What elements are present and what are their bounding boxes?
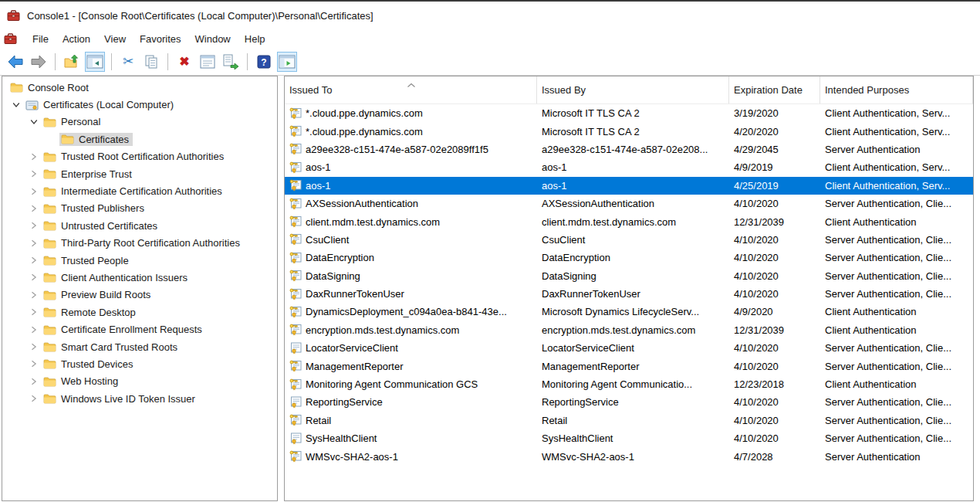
certificate-row-monitoring-agent-communication-gcs-15[interactable]: Monitoring Agent Communication GCSMonito… — [285, 375, 973, 393]
certificate-row-cloud-ppe-dynamics-com-0[interactable]: *.cloud.ppe.dynamics.comMicrosoft IT TLS… — [285, 104, 973, 122]
tree-item-trusted-people[interactable]: Trusted People — [2, 252, 277, 269]
tree-item-certificates[interactable]: Certificates — [2, 131, 277, 148]
tree-item-client-authentication-issuers[interactable]: Client Authentication Issuers — [2, 269, 277, 286]
tree-expander[interactable] — [26, 341, 42, 352]
tree-item-windows-live-id-token-issuer[interactable]: Windows Live ID Token Issuer — [2, 390, 277, 407]
certificate-row-axsessionauthentication-5[interactable]: AXSessionAuthenticationAXSessionAuthenti… — [285, 195, 973, 212]
certificate-row-aos-1-4[interactable]: aos-1aos-14/25/2019Client Authentication… — [285, 177, 973, 195]
tree-expander[interactable] — [26, 272, 42, 283]
tree-expander[interactable] — [26, 151, 42, 162]
chevron-right-icon — [31, 308, 37, 316]
cell-intended-purposes: Server Authentication, Clie... — [820, 342, 973, 354]
tree-item-label: Trusted Root Certification Authorities — [61, 151, 224, 162]
tree-expander[interactable] — [26, 393, 42, 404]
folder-icon — [43, 117, 56, 127]
tree-expander[interactable] — [26, 238, 42, 249]
tree-expander[interactable] — [26, 168, 42, 179]
certificate-row-cloud-ppe-dynamics-com-1[interactable]: *.cloud.ppe.dynamics.comMicrosoft IT TLS… — [285, 122, 973, 140]
certificate-row-a29ee328-c151-474e-a587-02e2089ff1f5-2[interactable]: a29ee328-c151-474e-a587-02e2089ff1f5a29e… — [285, 141, 973, 158]
tree-item-web-hosting[interactable]: Web Hosting — [2, 373, 277, 390]
certificate-row-daxrunnertokenuser-10[interactable]: DaxRunnerTokenUserDaxRunnerTokenUser4/10… — [285, 285, 973, 303]
menu-file[interactable]: File — [25, 31, 56, 47]
show-console-tree-button[interactable] — [85, 52, 105, 72]
tree-item-untrusted-certificates[interactable]: Untrusted Certificates — [2, 217, 277, 234]
tree-expander[interactable] — [26, 358, 42, 369]
certificate-row-managementreporter-14[interactable]: ManagementReporterManagementReporter4/10… — [285, 357, 973, 375]
tree-expander[interactable] — [26, 307, 42, 317]
tree-expander[interactable] — [26, 255, 42, 266]
forward-button[interactable] — [29, 52, 49, 72]
tree-item-enterprise-trust[interactable]: Enterprise Trust — [2, 165, 277, 182]
tree-item-personal[interactable]: Personal — [2, 114, 277, 131]
certificate-row-dataencryption-8[interactable]: DataEncryptionDataEncryption4/10/2020Ser… — [285, 249, 973, 266]
tree-item-content: Certificates — [59, 133, 133, 146]
tree-expander[interactable] — [26, 290, 42, 300]
export-list-button[interactable] — [221, 52, 241, 72]
cell-issued-by: AXSessionAuthentication — [537, 198, 729, 209]
cell-issued-to: DataSigning — [285, 270, 537, 282]
tree-item-trusted-devices[interactable]: Trusted Devices — [2, 355, 277, 372]
tree-item-label: Trusted Publishers — [61, 202, 144, 214]
certificate-row-datasigning-9[interactable]: DataSigningDataSigning4/10/2020Server Au… — [285, 267, 973, 285]
up-one-level-button[interactable] — [62, 52, 82, 72]
certificate-with-key-icon — [289, 378, 302, 391]
tree-item-label: Windows Live ID Token Issuer — [61, 393, 195, 405]
tree-item-trusted-root-certification-authorities[interactable]: Trusted Root Certification Authorities — [2, 148, 277, 165]
tree-expander[interactable] — [26, 117, 42, 127]
certificate-row-syshealthclient-18[interactable]: SysHealthClientSysHealthClient4/10/2020S… — [285, 429, 973, 447]
tree-expander[interactable] — [26, 324, 42, 335]
cell-issued-to: SysHealthClient — [285, 432, 537, 445]
certificate-row-csuclient-7[interactable]: CsuClientCsuClient4/10/2020Server Authen… — [285, 231, 973, 249]
tree-expander[interactable] — [26, 220, 42, 231]
help-button[interactable]: ? — [254, 52, 274, 72]
tree-item-console-root[interactable]: Console Root — [2, 79, 277, 96]
certificate-store-icon — [25, 100, 39, 110]
certificate-row-retail-17[interactable]: RetailRetail4/10/2020Server Authenticati… — [285, 412, 973, 429]
tree-expander[interactable] — [8, 100, 24, 110]
certificate-row-locatorserviceclient-13[interactable]: LocatorServiceClientLocatorServiceClient… — [285, 339, 973, 357]
certificate-row-dynamicsdeployment-c094a0ea-b841-43e-11[interactable]: DynamicsDeployment_c094a0ea-b841-43e...M… — [285, 303, 973, 321]
certificate-row-client-mdm-test-dynamics-com-6[interactable]: client.mdm.test.dynamics.comclient.mdm.t… — [285, 212, 973, 230]
chevron-right-icon — [31, 188, 37, 195]
column-header-intended-purposes[interactable]: Intended Purposes — [820, 76, 973, 103]
cell-intended-purposes: Server Authentication, Clie... — [820, 270, 973, 282]
certificate-with-key-icon — [289, 233, 302, 246]
properties-button[interactable] — [198, 52, 218, 72]
tree-item-certificates-local-computer[interactable]: Certificates (Local Computer) — [2, 96, 277, 113]
certificate-row-encryption-mds-test-dynamics-com-12[interactable]: encryption.mds.test.dynamics.comencrypti… — [285, 321, 973, 339]
tree-expander[interactable] — [26, 186, 42, 197]
tree-item-trusted-publishers[interactable]: Trusted Publishers — [2, 200, 277, 217]
tree-item-content: Trusted Publishers — [42, 202, 148, 215]
issued-to-text: DataSigning — [306, 270, 360, 282]
cell-issued-by: DataEncryption — [537, 252, 729, 263]
folder-icon — [43, 393, 56, 404]
menu-favorites[interactable]: Favorites — [133, 31, 188, 47]
tree-item-intermediate-certification-authorities[interactable]: Intermediate Certification Authorities — [2, 182, 277, 199]
cut-button[interactable]: ✂ — [118, 52, 138, 72]
menu-view[interactable]: View — [97, 31, 133, 47]
cell-intended-purposes: Server Authentication, Clie... — [820, 288, 973, 300]
tree-item-certificate-enrollment-requests[interactable]: Certificate Enrollment Requests — [2, 321, 277, 337]
back-button[interactable] — [5, 52, 25, 72]
tree-expander[interactable] — [26, 203, 42, 214]
tree-item-smart-card-trusted-roots[interactable]: Smart Card Trusted Roots — [2, 338, 277, 355]
certificate-with-key-icon — [289, 198, 302, 210]
certificate-row-wmsvc-sha2-aos-1-19[interactable]: WMSvc-SHA2-aos-1WMSvc-SHA2-aos-14/7/2028… — [285, 447, 973, 465]
tree-item-remote-desktop[interactable]: Remote Desktop — [2, 304, 277, 321]
cell-expiration-date: 4/10/2020 — [729, 396, 820, 408]
menu-action[interactable]: Action — [56, 31, 97, 47]
tree-expander[interactable] — [26, 376, 42, 387]
delete-button[interactable]: ✖ — [174, 52, 194, 72]
new-window-button[interactable] — [277, 52, 297, 72]
copy-button[interactable] — [141, 52, 161, 72]
certificate-row-aos-1-3[interactable]: aos-1aos-14/9/2019Client Authentication,… — [285, 158, 973, 176]
column-header-issued-by[interactable]: Issued By — [537, 76, 729, 103]
folder-icon — [43, 220, 56, 231]
tree-item-third-party-root-certification-authorities[interactable]: Third-Party Root Certification Authoriti… — [2, 235, 277, 252]
certificate-row-reportingservice-16[interactable]: ReportingServiceReportingService4/10/202… — [285, 393, 973, 411]
column-header-expiration-date[interactable]: Expiration Date — [729, 76, 820, 103]
tree-item-preview-build-roots[interactable]: Preview Build Roots — [2, 287, 277, 304]
cell-expiration-date: 12/23/2018 — [729, 378, 820, 390]
menu-help[interactable]: Help — [238, 31, 272, 47]
menu-window[interactable]: Window — [188, 31, 238, 47]
